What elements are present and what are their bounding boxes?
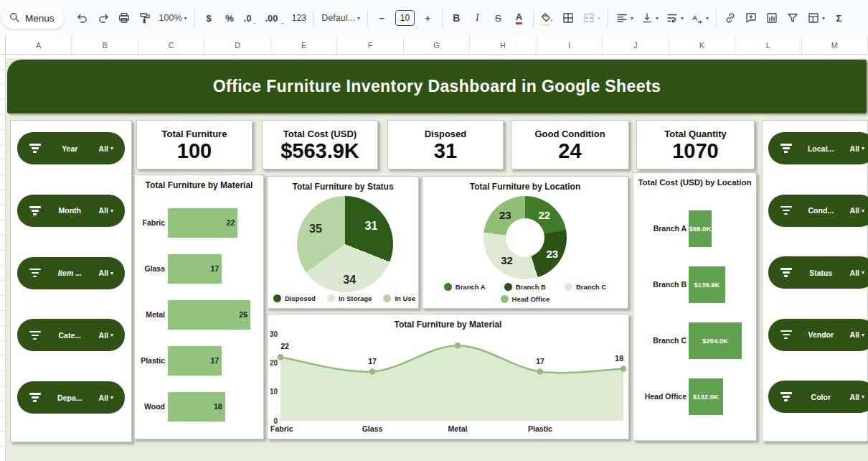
y-tick-label: 30 [270, 330, 278, 338]
filter-label: Year [41, 144, 99, 153]
column-header-A[interactable]: A [6, 36, 72, 54]
functions-button[interactable]: Σ [829, 8, 849, 28]
column-header-L[interactable]: L [735, 36, 801, 54]
chart-total-furniture-by-location-donut[interactable]: Total Furniture by Location Branch ABran… [422, 176, 628, 309]
filter-label: Depa... [41, 394, 99, 402]
filter-icon [780, 206, 792, 215]
zoom-select[interactable]: 100%▾ [156, 8, 190, 28]
decrease-decimal-button[interactable]: .0← [241, 8, 261, 28]
chevron-down-icon: ▾ [631, 15, 633, 22]
filter-label: Item ... [41, 269, 99, 277]
filter-item[interactable]: Item ...All▾ [17, 257, 125, 289]
fill-color-icon[interactable] [538, 8, 557, 28]
x-tick-label: Metal [448, 424, 468, 433]
horizontal-align-icon[interactable]: ▾ [613, 8, 636, 28]
legend-dot [444, 283, 452, 291]
insert-comment-icon[interactable] [742, 8, 761, 28]
font-select[interactable]: Defaul...▾ [319, 8, 363, 28]
filter-icon [29, 269, 41, 278]
increase-decimal-button-label: .00 [265, 13, 278, 24]
legend-item: Head Office [501, 295, 550, 303]
filter-cond[interactable]: Cond...All▾ [768, 195, 868, 227]
filter-icon [29, 331, 41, 340]
column-header-F[interactable]: F [337, 36, 403, 54]
chevron-down-icon: ▾ [706, 15, 709, 22]
print-icon[interactable] [115, 8, 134, 28]
italic-button-label: I [476, 12, 479, 24]
filter-cate[interactable]: Cate...All▾ [17, 319, 125, 351]
functions-button-label: Σ [836, 13, 842, 24]
column-header-C[interactable]: C [138, 36, 204, 54]
insert-chart-icon[interactable] [763, 8, 782, 28]
filter-depa[interactable]: Depa...All▾ [17, 381, 125, 414]
donut-hole [506, 218, 544, 257]
bar-row-glass: Glass17 [135, 246, 263, 292]
dashboard-title: Office Furniture Inventory Dashboard in … [213, 76, 661, 97]
decrease-font-size-button[interactable]: − [372, 8, 392, 28]
filter-value: All [99, 331, 108, 340]
borders-icon[interactable] [559, 8, 578, 28]
column-header-H[interactable]: H [470, 36, 536, 54]
chart-total-furniture-by-material-area[interactable]: Total Furniture by Material 302010022171… [267, 314, 629, 439]
paint-format-icon[interactable] [136, 8, 155, 28]
increase-font-size-button-label: + [425, 13, 431, 24]
filter-year[interactable]: YearAll▾ [17, 132, 125, 164]
filter-status[interactable]: StatusAll▾ [768, 256, 868, 289]
right-filter-panel: Locat...All▾Cond...All▾StatusAll▾VendorA… [762, 120, 868, 442]
column-header-D[interactable]: D [204, 36, 270, 54]
format-currency-button[interactable]: $ [199, 8, 219, 28]
filter-value: All [99, 144, 108, 153]
chart-total-furniture-by-material-bar[interactable]: Total Furniture by Material Fabric22Glas… [134, 174, 264, 439]
create-filter-icon[interactable] [783, 8, 803, 28]
column-header-M[interactable]: M [802, 36, 868, 54]
vertical-align-icon[interactable]: ▾ [638, 8, 661, 28]
filter-locat[interactable]: Locat...All▾ [768, 132, 868, 164]
y-tick-label: 10 [270, 388, 278, 396]
undo-icon[interactable] [73, 8, 93, 28]
text-wrap-icon[interactable]: ▾ [663, 8, 687, 28]
format-percent-button[interactable]: % [220, 8, 240, 28]
more-formats-button[interactable]: 123 [288, 8, 309, 28]
bold-button[interactable]: B [447, 8, 466, 28]
menus-search[interactable]: Menus [1, 7, 65, 29]
italic-button[interactable]: I [468, 8, 487, 28]
filter-month[interactable]: MonthAll▾ [17, 195, 125, 227]
increase-decimal-button[interactable]: .00→ [262, 8, 287, 28]
kpi-value: 24 [558, 140, 581, 162]
column-header-row: ABCDEFGHIJKLM [0, 36, 868, 55]
merge-cells-icon[interactable]: ▾ [580, 8, 603, 28]
increase-font-size-button[interactable]: + [418, 8, 438, 28]
chart-total-furniture-by-status-pie[interactable]: Total Furniture by Status DisposedIn Sto… [267, 176, 419, 309]
text-rotation-icon[interactable]: A▾ [688, 8, 712, 28]
slice-value: 34 [343, 274, 356, 287]
column-header-K[interactable]: K [669, 36, 735, 54]
font-size-input[interactable]: 10 [395, 10, 415, 26]
chevron-down-icon: ▾ [862, 269, 864, 276]
insert-link-icon[interactable] [721, 8, 740, 28]
column-header-J[interactable]: J [603, 36, 669, 54]
pie-legend: DisposedIn StorageIn Use [273, 294, 415, 302]
text-color-button[interactable]: A [509, 8, 529, 28]
chevron-down-icon: ▾ [862, 332, 864, 338]
column-header-B[interactable]: B [72, 36, 138, 54]
filter-label: Cate... [41, 331, 99, 340]
column-header-I[interactable]: I [537, 36, 603, 54]
point-label: 22 [280, 342, 289, 350]
column-header-E[interactable]: E [271, 36, 337, 54]
slice-value: 23 [547, 248, 559, 260]
filter-vendor[interactable]: VendorAll▾ [768, 319, 868, 351]
strikethrough-button[interactable]: S [489, 8, 508, 28]
table-icon[interactable]: ▾ [804, 8, 828, 28]
filter-icon [780, 268, 792, 277]
chart-title: Total Furniture by Status [268, 182, 418, 192]
chart-total-cost-by-location-bar[interactable]: Total Cost (USD) by Location Branch A$88… [633, 172, 757, 441]
filter-label: Status [792, 269, 850, 277]
filter-color[interactable]: ColorAll▾ [768, 381, 868, 413]
kpi-label: Total Quantity [664, 129, 726, 139]
column-header-G[interactable]: G [404, 36, 470, 54]
redo-icon[interactable] [94, 8, 113, 28]
point-label: 17 [536, 357, 544, 365]
data-point [278, 354, 284, 360]
kpi-label: Good Condition [534, 129, 605, 139]
chart-title: Total Cost (USD) by Location [633, 178, 756, 187]
